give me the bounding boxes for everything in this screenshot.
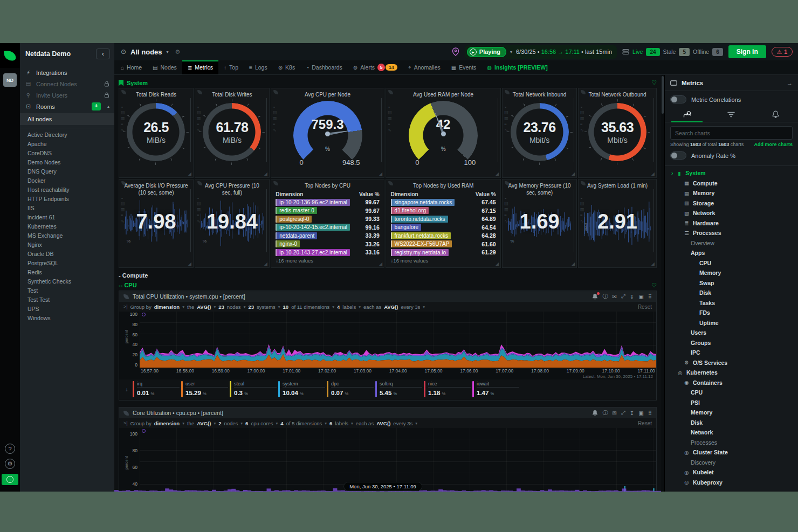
tree-item[interactable]: FDs xyxy=(665,308,798,318)
pressure-tile-memory[interactable]: ◒ ▤ ▥ ≡ ∿ Avg Memory Pressure (10 sec, s… xyxy=(502,179,577,268)
resize-handle[interactable]: ◢ xyxy=(264,261,267,266)
tab-filter[interactable] xyxy=(709,107,753,122)
toolbar-token[interactable]: every 3s xyxy=(393,420,412,426)
resize-handle[interactable]: ◢ xyxy=(379,171,382,176)
sidebar-item-invite-users[interactable]: ⚲ Invite Users xyxy=(20,89,114,101)
table-tile-top-nodes-ram[interactable]: Top Nodes by Used RAM DimensionValue % s… xyxy=(386,179,501,268)
toolbar-token[interactable]: ▾ xyxy=(214,305,216,309)
tree-item[interactable]: Disk xyxy=(665,288,798,298)
tree-item[interactable]: ◉ Containers xyxy=(665,378,798,388)
tile-toolbar-icons[interactable]: ◒ ▤ ▥ ≡ ∿ xyxy=(580,103,584,133)
bell-icon[interactable] xyxy=(592,410,598,416)
room-list-item[interactable]: Demo Nodes xyxy=(20,158,114,167)
tree-item[interactable]: ≣ Hardware xyxy=(665,218,798,229)
tree-item[interactable]: ⚙ O/S Services xyxy=(665,358,798,368)
toolbar-token[interactable]: each as xyxy=(363,304,381,310)
resize-handle[interactable]: ◢ xyxy=(572,261,575,266)
room-list-item[interactable]: Test xyxy=(20,286,114,295)
gauge-tile-avg-used-ram[interactable]: ◒ ▤ ▥ ≡ ∿ Avg Used RAM per Node 42 % 010… xyxy=(386,88,501,178)
rail-sign-in-button[interactable]: → xyxy=(2,474,18,485)
toolbar-token[interactable]: nodes xyxy=(224,420,238,426)
live-count-badge[interactable]: 24 xyxy=(646,48,659,56)
ring-gauge[interactable]: 23.76Mbit/s xyxy=(511,103,569,161)
toolbar-token[interactable]: ▾ xyxy=(182,421,184,426)
toolbar-token[interactable]: the xyxy=(187,304,194,310)
table-row[interactable]: ip-10-20-142-15.ec2.internal 99.16 xyxy=(276,223,379,232)
add-more-charts-link[interactable]: Add more charts xyxy=(754,142,793,147)
content-scrollbar[interactable] xyxy=(661,75,664,492)
resize-handle[interactable]: ◢ xyxy=(651,171,655,176)
toolbar-token[interactable]: AVG() xyxy=(197,420,211,426)
collapse-panel-icon[interactable]: → xyxy=(787,80,793,86)
toolbar-token[interactable]: ▾ xyxy=(240,421,243,426)
toolbar-token[interactable]: ▾ xyxy=(214,421,216,426)
nav-tab[interactable]: ◔ Dashboards xyxy=(300,60,348,74)
tile-toolbar-icons[interactable]: ◒ ▤ ▥ ≡ ∿ xyxy=(197,103,201,133)
nav-tab[interactable]: ▤ Nodes xyxy=(147,60,182,74)
room-list-item[interactable]: Nginx xyxy=(20,240,114,250)
tree-item[interactable]: › ▮ System xyxy=(665,168,798,178)
gauge-tile-network-outbound[interactable]: ◒ ▤ ▥ ≡ ∿ Total Network Outbound 35.63Mb… xyxy=(578,88,657,178)
time-range-control[interactable]: ▶ Playing ▾ 6/30/25 • 16:56 → 17:11 • la… xyxy=(465,45,617,59)
toolbar-token[interactable]: nodes xyxy=(227,304,241,310)
nav-tab[interactable]: ◍ Insights [PREVIEW] xyxy=(481,60,553,74)
resize-handle[interactable]: ◢ xyxy=(496,261,499,266)
cpu-area-chart[interactable] xyxy=(140,312,656,368)
tree-item[interactable]: ▤ Memory xyxy=(665,188,798,198)
toolbar-token[interactable]: 6 xyxy=(329,420,332,426)
ring-gauge[interactable]: 26.5MiB/s xyxy=(127,103,185,161)
toolbar-token[interactable]: the xyxy=(187,420,194,426)
tree-item[interactable]: Network xyxy=(665,427,798,438)
tree-item[interactable]: IPC xyxy=(665,348,798,358)
tree-item[interactable]: ▥ Storage xyxy=(665,198,798,209)
legend-item[interactable]: softirq 5.45 % xyxy=(375,381,422,397)
cpu-subsection-header[interactable]: -- CPU♡ xyxy=(119,281,657,289)
table-row[interactable]: ip-10-20-143-27.ec2.internal 33.16 xyxy=(276,248,379,257)
room-list-item[interactable]: Docker xyxy=(20,176,114,185)
resize-handle[interactable]: ◢ xyxy=(188,261,191,266)
sign-in-button[interactable]: Sign in xyxy=(728,45,766,58)
toolbar-token[interactable]: AVG() xyxy=(376,420,390,426)
tile-toolbar-icons[interactable]: ◒ ▤ ▥ ≡ ∿ xyxy=(121,103,125,133)
table-row[interactable]: toronto.netdata.rocks 64.89 xyxy=(391,215,496,224)
toolbar-token[interactable]: every 3s xyxy=(401,304,420,310)
room-list-item[interactable]: DNS Query xyxy=(20,167,114,176)
toolbar-token[interactable]: ▾ xyxy=(278,305,280,309)
tree-item[interactable]: Swap xyxy=(665,278,798,288)
stale-count-badge[interactable]: 5 xyxy=(679,48,690,56)
gauge-tile-avg-cpu-per-node[interactable]: ◒ ▤ ▥ ≡ ∿ Avg CPU per Node 759.3 % 0948.… xyxy=(271,88,384,178)
resize-handle[interactable]: ◢ xyxy=(188,171,191,176)
anomaly-rate-toggle[interactable] xyxy=(670,151,686,160)
nav-tab[interactable]: ≡ Logs xyxy=(244,60,273,74)
room-list-item[interactable]: Synthetic Checks xyxy=(20,277,114,286)
metric-correlations-toggle[interactable] xyxy=(670,95,686,103)
meter-gauge[interactable]: 42 % 0100 xyxy=(409,101,478,168)
toolbar-token[interactable]: 6 xyxy=(245,420,248,426)
toolbar-token[interactable]: 4 xyxy=(280,420,283,426)
toolbar-token[interactable]: ▾ xyxy=(244,305,246,309)
table-row[interactable]: registry.my-netdata.io 61.29 xyxy=(391,248,496,257)
search-charts-input[interactable] xyxy=(670,126,793,140)
table-row[interactable]: postgresql-0 99.33 xyxy=(276,215,379,224)
tree-item[interactable]: Uptime xyxy=(665,318,798,328)
tree-item[interactable]: Groups xyxy=(665,338,798,348)
tree-item[interactable]: Memory xyxy=(665,268,798,278)
nav-tab[interactable]: ⌖ Anomalies xyxy=(403,60,446,74)
resize-handle[interactable]: ◢ xyxy=(264,171,267,176)
table-row[interactable]: singapore.netdata.rocks 67.45 xyxy=(391,198,496,207)
legend-item[interactable]: nice 1.18 % xyxy=(424,381,471,397)
info-icon[interactable]: ⓘ xyxy=(602,409,608,417)
legend-item[interactable]: steal 0.3 % xyxy=(230,381,277,397)
sidebar-item-integrations[interactable]: ⚡ Integrations xyxy=(20,67,114,78)
tree-item[interactable]: Disk xyxy=(665,418,798,428)
room-list-item[interactable]: UPS xyxy=(20,305,114,314)
table-row[interactable]: ip-10-20-136-96.ec2.internal 99.67 xyxy=(276,198,379,207)
more-values-link[interactable]: ↓16 more values xyxy=(391,258,429,264)
playing-pill[interactable]: ▶ Playing xyxy=(467,47,506,57)
room-list-item[interactable]: Windows xyxy=(20,314,114,323)
toolbar-token[interactable]: 2 xyxy=(218,420,221,426)
nav-tab[interactable]: ▦ Events xyxy=(446,60,482,74)
collapse-panel-icon[interactable]: >| xyxy=(123,304,128,309)
alert-indicator[interactable]: ⚠1 xyxy=(772,47,793,57)
resize-handle[interactable]: ◢ xyxy=(572,171,575,176)
